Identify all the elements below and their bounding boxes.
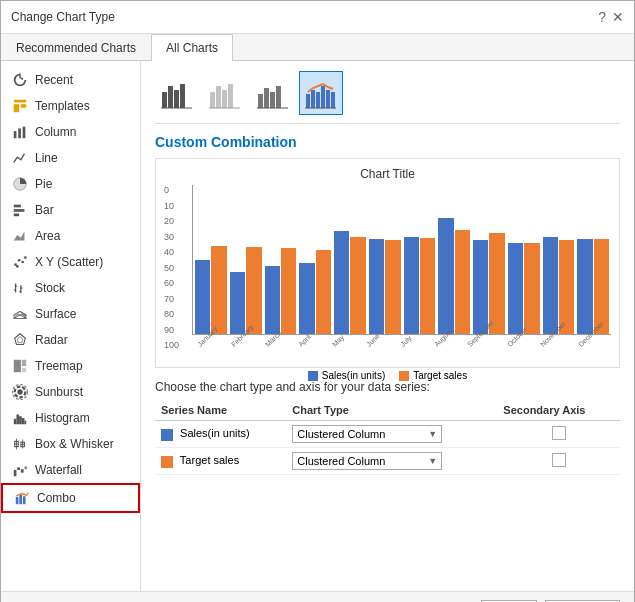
svg-rect-57 xyxy=(210,92,215,108)
bar-group-July xyxy=(404,237,436,335)
y-axis: 100 90 80 70 60 50 40 30 20 10 0 xyxy=(164,185,192,350)
svg-rect-53 xyxy=(168,86,173,108)
combo-icon xyxy=(13,489,31,507)
sidebar-item-xy-scatter[interactable]: X Y (Scatter) xyxy=(1,249,140,275)
sunburst-icon xyxy=(11,383,29,401)
charttype-dropdown-target[interactable]: Clustered Column ▼ xyxy=(292,452,442,470)
bar-group-May xyxy=(334,231,366,334)
tab-recommended[interactable]: Recommended Charts xyxy=(1,34,151,61)
svg-rect-54 xyxy=(174,90,179,108)
chart-icon-2[interactable] xyxy=(203,71,247,115)
svg-rect-71 xyxy=(326,90,330,108)
sidebar-item-area[interactable]: Area xyxy=(1,223,140,249)
sidebar-item-treemap[interactable]: Treemap xyxy=(1,353,140,379)
chart-title: Chart Title xyxy=(164,167,611,181)
bars-container xyxy=(192,185,611,335)
scatter-icon xyxy=(11,253,29,271)
sidebar-item-waterfall[interactable]: Waterfall xyxy=(1,457,140,483)
svg-rect-69 xyxy=(316,92,320,108)
svg-rect-59 xyxy=(222,90,227,108)
svg-rect-34 xyxy=(14,419,17,424)
sidebar-item-column[interactable]: Column xyxy=(1,119,140,145)
bar-sales-0 xyxy=(195,260,210,334)
waterfall-icon xyxy=(11,461,29,479)
sidebar-label-waterfall: Waterfall xyxy=(35,463,82,477)
chart-icon-3[interactable] xyxy=(251,71,295,115)
sidebar-item-combo[interactable]: Combo xyxy=(1,483,140,513)
sidebar-item-line[interactable]: Line xyxy=(1,145,140,171)
sidebar-item-sunburst[interactable]: Sunburst xyxy=(1,379,140,405)
cell-charttype-sales: Clustered Column ▼ xyxy=(286,421,497,448)
radar-icon xyxy=(11,331,29,349)
bar-group-April xyxy=(299,250,331,335)
sidebar-item-surface[interactable]: Surface xyxy=(1,301,140,327)
svg-point-12 xyxy=(18,259,21,262)
chart-preview: Chart Title 100 90 80 70 60 50 40 30 20 … xyxy=(155,158,620,368)
templates-icon xyxy=(11,97,29,115)
svg-rect-46 xyxy=(17,467,20,470)
dialog-footer: OK Cancel xyxy=(1,591,634,602)
sidebar-label-box-whisker: Box & Whisker xyxy=(35,437,114,451)
chart-icon-4-combo[interactable] xyxy=(299,71,343,115)
svg-point-15 xyxy=(16,265,19,268)
bar-group-December xyxy=(577,239,609,334)
svg-rect-62 xyxy=(258,94,263,108)
cell-secondary-sales xyxy=(497,421,620,448)
close-icon[interactable]: ✕ xyxy=(612,9,624,25)
charttype-dropdown-sales[interactable]: Clustered Column ▼ xyxy=(292,425,442,443)
recent-icon xyxy=(11,71,29,89)
svg-rect-58 xyxy=(216,86,221,108)
sidebar-label-bar: Bar xyxy=(35,203,54,217)
charttype-value-target: Clustered Column xyxy=(297,455,385,467)
sidebar-item-histogram[interactable]: Histogram xyxy=(1,405,140,431)
bar-sales-4 xyxy=(334,231,349,334)
tabs-bar: Recommended Charts All Charts xyxy=(1,34,634,61)
chart-icon-1[interactable] xyxy=(155,71,199,115)
sidebar-label-pie: Pie xyxy=(35,177,52,191)
bar-group-October xyxy=(508,243,540,334)
svg-rect-60 xyxy=(228,84,233,108)
svg-point-13 xyxy=(21,261,24,264)
sidebar-label-column: Column xyxy=(35,125,76,139)
help-icon[interactable]: ? xyxy=(598,9,606,25)
sidebar-item-bar[interactable]: Bar xyxy=(1,197,140,223)
cell-charttype-target: Clustered Column ▼ xyxy=(286,448,497,475)
sidebar-label-sunburst: Sunburst xyxy=(35,385,83,399)
sidebar-item-stock[interactable]: Stock xyxy=(1,275,140,301)
sidebar-item-pie[interactable]: Pie xyxy=(1,171,140,197)
svg-rect-0 xyxy=(14,100,26,103)
bar-target-2 xyxy=(281,248,296,334)
chart-wrapper: 100 90 80 70 60 50 40 30 20 10 0 xyxy=(164,185,611,350)
bar-sales-9 xyxy=(508,243,523,334)
sidebar-label-line: Line xyxy=(35,151,58,165)
x-labels: JanuaryFebruaryMarchAprilMayJuneJulyAugu… xyxy=(192,335,611,350)
sidebar-item-templates[interactable]: Templates xyxy=(1,93,140,119)
sidebar-label-histogram: Histogram xyxy=(35,411,90,425)
cell-series-name-target: Target sales xyxy=(155,448,286,475)
svg-rect-50 xyxy=(19,494,22,504)
series-prompt: Choose the chart type and axis for your … xyxy=(155,380,620,394)
sidebar-item-radar[interactable]: Radar xyxy=(1,327,140,353)
svg-rect-68 xyxy=(311,90,315,108)
svg-marker-27 xyxy=(17,336,22,342)
dropdown-arrow-target: ▼ xyxy=(428,456,437,466)
sidebar-item-recent[interactable]: Recent xyxy=(1,67,140,93)
sidebar-label-stock: Stock xyxy=(35,281,65,295)
column-icon xyxy=(11,123,29,141)
title-bar: Change Chart Type ? ✕ xyxy=(1,1,634,34)
tab-all-charts[interactable]: All Charts xyxy=(151,34,233,61)
bar-sales-8 xyxy=(473,240,488,334)
secondary-axis-checkbox-sales[interactable] xyxy=(552,426,566,440)
svg-rect-35 xyxy=(16,414,19,424)
bar-target-8 xyxy=(489,233,504,334)
charttype-value-sales: Clustered Column xyxy=(297,428,385,440)
sidebar-label-combo: Combo xyxy=(37,491,76,505)
svg-rect-30 xyxy=(22,368,26,372)
bar-target-3 xyxy=(316,250,331,335)
svg-rect-29 xyxy=(22,360,26,366)
svg-rect-51 xyxy=(23,496,26,504)
table-row-sales: Sales(in units) Clustered Column ▼ xyxy=(155,421,620,448)
secondary-axis-checkbox-target[interactable] xyxy=(552,453,566,467)
sidebar-item-box-whisker[interactable]: Box & Whisker xyxy=(1,431,140,457)
title-bar-controls: ? ✕ xyxy=(598,9,624,25)
